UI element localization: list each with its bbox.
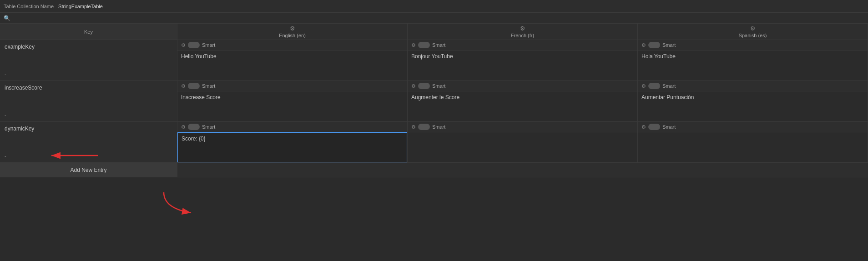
en-settings-icon: ⚙ bbox=[290, 25, 295, 32]
smart-settings-icon: ⚙ bbox=[181, 83, 186, 89]
lang-cell-body[interactable]: Augmenter le Score bbox=[408, 91, 637, 121]
lang-cell-body[interactable]: Aumentar Puntuación bbox=[638, 91, 868, 121]
smart-settings-icon: ⚙ bbox=[641, 124, 646, 130]
table-row: dynamicKey-⚙Smart⚙Smart⚙Smart bbox=[0, 122, 868, 163]
smart-toggle[interactable] bbox=[188, 42, 200, 48]
search-bar: 🔍 bbox=[0, 13, 868, 24]
table-row: inscreaseScore-⚙SmartInscrease Score⚙Sma… bbox=[0, 81, 868, 122]
key-name: dynamicKey bbox=[5, 125, 172, 132]
add-new-entry-button[interactable]: Add New Entry bbox=[0, 163, 177, 177]
lang-cell-header: ⚙Smart bbox=[638, 40, 868, 50]
table-collection-label: Table Collection Name bbox=[4, 4, 54, 9]
smart-toggle[interactable] bbox=[188, 124, 200, 130]
smart-settings-icon: ⚙ bbox=[641, 42, 646, 48]
en-lang-label: English (en) bbox=[279, 33, 306, 38]
key-cell-inscreaseScore: inscreaseScore- bbox=[0, 81, 177, 121]
arrow-addentry bbox=[159, 190, 196, 219]
lang-col-header-en: ⚙ English (en) bbox=[177, 24, 408, 40]
lang-cell-body[interactable]: Hola YouTube bbox=[638, 50, 868, 80]
lang-cell-r0-c1: ⚙SmartBonjour YouTube bbox=[408, 40, 638, 80]
smart-toggle[interactable] bbox=[188, 83, 200, 89]
key-name: inscreaseScore bbox=[5, 85, 172, 91]
key-dash: - bbox=[5, 71, 172, 77]
key-column-header: Key bbox=[0, 24, 177, 40]
table-row: exampleKey-⚙SmartHello YouTube⚙SmartBonj… bbox=[0, 40, 868, 81]
key-dash: - bbox=[5, 112, 172, 118]
top-bar: Table Collection Name StringExampleTable bbox=[0, 0, 868, 13]
lang-cell-r2-c1: ⚙Smart bbox=[408, 122, 638, 162]
smart-label: Smart bbox=[432, 124, 445, 130]
table-collection-value: StringExampleTable bbox=[58, 4, 103, 9]
lang-cell-r0-c0: ⚙SmartHello YouTube bbox=[177, 40, 408, 80]
lang-cell-header: ⚙Smart bbox=[408, 40, 637, 50]
lang-cell-header: ⚙Smart bbox=[638, 81, 868, 91]
lang-cell-r1-c2: ⚙SmartAumentar Puntuación bbox=[638, 81, 868, 121]
smart-label: Smart bbox=[432, 42, 445, 48]
smart-settings-icon: ⚙ bbox=[181, 42, 186, 48]
key-cell-dynamicKey: dynamicKey- bbox=[0, 122, 177, 162]
lang-cell-body[interactable] bbox=[408, 132, 637, 162]
lang-cell-body[interactable]: Inscrease Score bbox=[177, 91, 407, 121]
lang-cell-body[interactable]: Bonjour YouTube bbox=[408, 50, 637, 80]
lang-cell-body[interactable]: Hello YouTube bbox=[177, 50, 407, 80]
add-entry-row: Add New Entry bbox=[0, 163, 868, 177]
fr-lang-label: French (fr) bbox=[511, 33, 534, 38]
table-body: exampleKey-⚙SmartHello YouTube⚙SmartBonj… bbox=[0, 40, 868, 163]
key-dash: - bbox=[5, 153, 172, 159]
lang-cell-header: ⚙Smart bbox=[638, 122, 868, 132]
lang-cell-r2-c2: ⚙Smart bbox=[638, 122, 868, 162]
smart-settings-icon: ⚙ bbox=[411, 124, 416, 130]
smart-label: Smart bbox=[662, 83, 676, 89]
smart-settings-icon: ⚙ bbox=[411, 42, 416, 48]
lang-cell-header: ⚙Smart bbox=[408, 122, 637, 132]
smart-label: Smart bbox=[202, 124, 215, 130]
lang-cell-body[interactable] bbox=[177, 132, 407, 162]
smart-settings-icon: ⚙ bbox=[641, 83, 646, 89]
key-cell-exampleKey: exampleKey- bbox=[0, 40, 177, 80]
smart-label: Smart bbox=[662, 124, 676, 130]
lang-cell-r1-c1: ⚙SmartAugmenter le Score bbox=[408, 81, 638, 121]
es-lang-label: Spanish (es) bbox=[739, 33, 767, 38]
lang-cell-header: ⚙Smart bbox=[408, 81, 637, 91]
smart-toggle[interactable] bbox=[648, 42, 660, 48]
lang-cell-textarea[interactable] bbox=[182, 136, 403, 159]
lang-col-header-fr: ⚙ French (fr) bbox=[408, 24, 638, 40]
lang-cell-r1-c0: ⚙SmartInscrease Score bbox=[177, 81, 408, 121]
lang-cell-body[interactable] bbox=[638, 132, 868, 162]
lang-cell-header: ⚙Smart bbox=[177, 40, 407, 50]
smart-toggle[interactable] bbox=[648, 124, 660, 130]
search-icon: 🔍 bbox=[4, 15, 10, 21]
smart-label: Smart bbox=[432, 83, 445, 89]
lang-cell-header: ⚙Smart bbox=[177, 122, 407, 132]
key-name: exampleKey bbox=[5, 44, 172, 50]
smart-toggle[interactable] bbox=[418, 42, 430, 48]
smart-label: Smart bbox=[202, 83, 215, 89]
smart-settings-icon: ⚙ bbox=[181, 124, 186, 130]
lang-col-header-es: ⚙ Spanish (es) bbox=[638, 24, 868, 40]
lang-cell-header: ⚙Smart bbox=[177, 81, 407, 91]
fr-settings-icon: ⚙ bbox=[520, 25, 525, 32]
smart-toggle[interactable] bbox=[418, 124, 430, 130]
smart-toggle[interactable] bbox=[648, 83, 660, 89]
lang-cell-r0-c2: ⚙SmartHola YouTube bbox=[638, 40, 868, 80]
smart-settings-icon: ⚙ bbox=[411, 83, 416, 89]
smart-label: Smart bbox=[662, 42, 676, 48]
es-settings-icon: ⚙ bbox=[750, 25, 756, 32]
lang-cell-r2-c0: ⚙Smart bbox=[177, 122, 408, 162]
table-header-row: Key ⚙ English (en) ⚙ French (fr) ⚙ Spani… bbox=[0, 24, 868, 40]
smart-label: Smart bbox=[202, 42, 215, 48]
main-table: Key ⚙ English (en) ⚙ French (fr) ⚙ Spani… bbox=[0, 24, 868, 177]
smart-toggle[interactable] bbox=[418, 83, 430, 89]
